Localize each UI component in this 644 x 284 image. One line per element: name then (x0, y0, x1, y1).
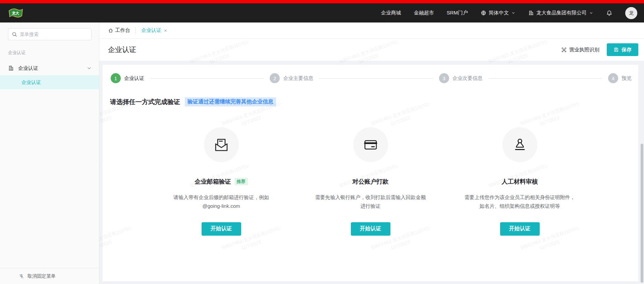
notification-bell[interactable] (606, 10, 612, 16)
step-connector (150, 78, 264, 79)
user-avatar[interactable]: 龙 (625, 7, 637, 19)
chevron-down-icon (511, 11, 516, 15)
workbench-label: 工作台 (115, 27, 130, 34)
email-icon (204, 127, 239, 162)
step-connector (489, 78, 602, 79)
start-auth-button-email[interactable]: 开始认证 (202, 222, 241, 236)
pin-slash-icon (19, 274, 24, 279)
menu-group-label: 企业认证 (8, 50, 99, 56)
tab-separator (136, 28, 136, 34)
card-description: 需要先输入银行账户，收到打款后需输入回款金额进行验证 (314, 193, 428, 211)
svg-text:龙大: 龙大 (11, 11, 19, 15)
avatar-initial: 龙 (629, 10, 634, 16)
top-nav: 企业商城 金融超市 SRM门户 简体中文 龙大食品集团有限公司 龙 (381, 7, 637, 19)
page-header: 企业认证 营业执照识别 保存 (99, 39, 644, 61)
search-icon (12, 32, 17, 37)
sidebar-item-enterprise-auth[interactable]: 企业认证 (0, 61, 99, 75)
card-bank-transfer: 对公账户打款 需要先输入银行账户，收到打款后需输入回款金额进行验证 开始认证 (296, 127, 445, 236)
card-email-verify: 企业邮箱验证 推荐 请输入带有企业后缀的邮箱进行验证，例如 @going-lin… (147, 127, 296, 236)
step-label: 企业认证 (124, 75, 144, 82)
company-switcher[interactable]: 龙大食品集团有限公司 (528, 10, 593, 16)
nav-finance-market[interactable]: 金融超市 (414, 10, 434, 16)
scan-icon (561, 47, 567, 53)
tab-label: 企业认证 (141, 27, 161, 34)
card-manual-review: 人工材料审核 需要上传您作为该企业员工的相关身份证明附件，如名片、组织架构信息或… (445, 127, 594, 236)
menu-search-input[interactable] (20, 32, 88, 37)
stamp-icon (502, 127, 537, 162)
building-icon (528, 10, 534, 16)
step-number: 4 (608, 73, 618, 83)
unpin-menu-label: 取消固定菜单 (28, 273, 56, 279)
building-icon (8, 65, 14, 71)
verify-heading-note: 验证通过还需继续完善其他企业信息 (185, 97, 276, 106)
home-icon (108, 28, 113, 33)
recommended-badge: 推荐 (234, 178, 248, 185)
tab-enterprise-auth[interactable]: 企业认证 × (141, 27, 167, 34)
ocr-license-label: 营业执照识别 (569, 47, 599, 53)
verify-method-cards: 企业邮箱验证 推荐 请输入带有企业后缀的邮箱进行验证，例如 @going-lin… (103, 127, 638, 236)
language-switcher[interactable]: 简体中文 (481, 10, 516, 16)
stepper: 1 企业认证 2 企业主要信息 3 企业次要信息 4 预览 (103, 65, 638, 83)
company-name: 龙大食品集团有限公司 (536, 10, 587, 16)
step-label: 企业次要信息 (452, 75, 483, 82)
step-connector (319, 78, 433, 79)
card-description: 请输入带有企业后缀的邮箱进行验证，例如 @going-link.com (164, 193, 278, 211)
sidebar-subitem-enterprise-auth-active[interactable]: 企业认证 (0, 75, 99, 89)
chevron-down-icon (86, 65, 92, 71)
save-button[interactable]: 保存 (607, 43, 638, 56)
verify-heading-row: 请选择任一方式完成验证 验证通过还需继续完善其他企业信息 (110, 97, 638, 106)
header-actions: 营业执照识别 保存 (561, 43, 638, 56)
page-title: 企业认证 (108, 45, 136, 54)
company-logo[interactable]: 龙大 (8, 8, 23, 18)
step-4-preview: 4 预览 (608, 73, 632, 83)
bank-card-icon (353, 127, 388, 162)
tab-bar: 工作台 企业认证 × (99, 22, 644, 39)
nav-srm-portal[interactable]: SRM门户 (447, 10, 468, 16)
ocr-license-button[interactable]: 营业执照识别 (561, 47, 599, 53)
step-label: 企业主要信息 (283, 75, 313, 82)
sidebar-spacer (0, 89, 99, 268)
sidebar-subitem-label: 企业认证 (21, 79, 41, 86)
top-red-bar (0, 0, 644, 3)
card-title: 人工材料审核 (502, 178, 538, 186)
menu-search-box[interactable] (8, 28, 92, 40)
start-auth-button-manual[interactable]: 开始认证 (500, 222, 540, 236)
step-number: 2 (270, 73, 280, 83)
sidebar-item-label: 企业认证 (18, 65, 38, 72)
nav-enterprise-mall[interactable]: 企业商城 (381, 10, 401, 16)
save-icon (613, 47, 619, 52)
sidebar: 企业认证 企业认证 企业认证 取消固定菜单 (0, 22, 99, 284)
step-label: 预览 (622, 75, 632, 82)
step-2-main-info: 2 企业主要信息 (270, 73, 313, 83)
step-number: 3 (439, 73, 449, 83)
unpin-menu-button[interactable]: 取消固定菜单 (0, 268, 99, 284)
start-auth-button-bank[interactable]: 开始认证 (351, 222, 390, 236)
card-title: 企业邮箱验证 (195, 178, 231, 186)
main-area: 50657463-龙大供应商110701-11/7/202350657463-龙… (99, 22, 644, 284)
flag-logo-icon: 龙大 (8, 8, 23, 18)
close-tab-icon[interactable]: × (164, 28, 167, 33)
verify-heading: 请选择任一方式完成验证 (110, 98, 180, 106)
vertical-scrollbar[interactable] (640, 22, 644, 284)
language-label: 简体中文 (489, 10, 509, 16)
chevron-down-icon (589, 11, 593, 15)
content-panel: 1 企业认证 2 企业主要信息 3 企业次要信息 4 预览 (103, 65, 638, 281)
save-label: 保存 (622, 47, 632, 53)
globe-icon (481, 10, 486, 16)
tab-workbench[interactable]: 工作台 (108, 27, 130, 34)
card-description: 需要上传您作为该企业员工的相关身份证明附件，如名片、组织架构信息或授权证明等 (463, 193, 577, 211)
scrollbar-thumb[interactable] (641, 144, 643, 283)
bell-icon (606, 10, 612, 16)
card-title: 对公账户打款 (353, 178, 389, 186)
step-1-enterprise-auth: 1 企业认证 (111, 73, 144, 83)
app-header: 龙大 企业商城 金融超市 SRM门户 简体中文 龙大食品集团有限公司 龙 (0, 3, 644, 22)
step-3-secondary-info: 3 企业次要信息 (439, 73, 483, 83)
step-number: 1 (111, 73, 121, 83)
